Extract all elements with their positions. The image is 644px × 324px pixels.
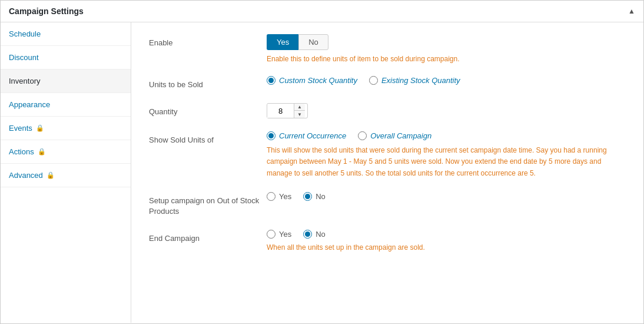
- overall-campaign-option[interactable]: Overall Campaign: [358, 131, 431, 140]
- end-yes-label[interactable]: Yes: [279, 230, 291, 239]
- setup-campaign-value: Yes No: [267, 192, 626, 201]
- enable-value: Yes No Enable this to define units of it…: [267, 34, 626, 63]
- current-occurrence-option[interactable]: Current Occurrence: [267, 131, 346, 140]
- existing-stock-radio[interactable]: [369, 76, 378, 85]
- end-campaign-info: When all the units set up in the campaig…: [267, 243, 626, 252]
- quantity-up-arrow[interactable]: ▲: [294, 104, 305, 111]
- enable-info-text: Enable this to define units of item to b…: [267, 55, 626, 63]
- panel-body: Schedule Discount Inventory Appearance E…: [1, 22, 643, 323]
- sidebar-item-label: Events: [9, 124, 32, 133]
- end-no-radio[interactable]: [303, 230, 312, 239]
- existing-stock-label[interactable]: Existing Stock Quantity: [381, 76, 460, 85]
- quantity-input[interactable]: [267, 104, 294, 118]
- enable-yes-button[interactable]: Yes: [267, 34, 298, 50]
- show-sold-units-field: Show Sold Units of Current Occurrence Ov…: [149, 131, 626, 179]
- quantity-down-arrow[interactable]: ▼: [294, 111, 305, 118]
- end-campaign-label: End Campaign: [149, 230, 267, 244]
- setup-yes-option[interactable]: Yes: [267, 192, 291, 201]
- panel-title: Campaign Settings: [9, 6, 84, 16]
- sidebar-item-events[interactable]: Events 🔒: [1, 117, 131, 140]
- enable-label: Enable: [149, 34, 267, 48]
- sidebar-item-schedule[interactable]: Schedule: [1, 22, 131, 46]
- collapse-icon[interactable]: ▲: [628, 7, 635, 15]
- setup-yes-label[interactable]: Yes: [279, 192, 291, 201]
- setup-yes-radio[interactable]: [267, 192, 275, 201]
- sidebar-item-discount[interactable]: Discount: [1, 46, 131, 70]
- setup-no-label[interactable]: No: [316, 192, 326, 201]
- lock-icon: 🔒: [47, 171, 55, 179]
- enable-field: Enable Yes No Enable this to define unit…: [149, 34, 626, 63]
- custom-stock-option[interactable]: Custom Stock Quantity: [267, 76, 357, 85]
- quantity-spinner: ▲ ▼: [267, 103, 308, 118]
- units-radio-group: Custom Stock Quantity Existing Stock Qua…: [267, 76, 626, 85]
- sidebar-item-appearance[interactable]: Appearance: [1, 93, 131, 117]
- units-to-be-sold-label: Units to be Sold: [149, 76, 267, 90]
- end-campaign-field: End Campaign Yes No When all the units s…: [149, 230, 626, 252]
- sidebar-item-label: Advanced: [9, 171, 43, 180]
- end-campaign-value: Yes No When all the units set up in the …: [267, 230, 626, 252]
- lock-icon: 🔒: [36, 124, 44, 132]
- setup-campaign-field: Setup campaign on Out of Stock Products …: [149, 192, 626, 217]
- setup-no-option[interactable]: No: [303, 192, 326, 201]
- setup-no-radio[interactable]: [303, 192, 312, 201]
- sidebar: Schedule Discount Inventory Appearance E…: [1, 22, 131, 323]
- sidebar-item-advanced[interactable]: Advanced 🔒: [1, 164, 131, 187]
- end-no-option[interactable]: No: [303, 230, 326, 239]
- end-no-label[interactable]: No: [316, 230, 326, 239]
- quantity-value: ▲ ▼: [267, 103, 626, 118]
- sidebar-item-label: Schedule: [9, 29, 41, 38]
- quantity-arrows: ▲ ▼: [294, 104, 305, 118]
- current-occurrence-label[interactable]: Current Occurrence: [279, 131, 346, 140]
- campaign-settings-panel: Campaign Settings ▲ Schedule Discount In…: [0, 0, 644, 324]
- content-area: Enable Yes No Enable this to define unit…: [131, 22, 643, 323]
- sidebar-item-label: Discount: [9, 53, 39, 62]
- sidebar-item-label: Inventory: [9, 77, 40, 85]
- sidebar-item-label: Actions: [9, 147, 34, 156]
- overall-campaign-radio[interactable]: [358, 131, 367, 140]
- end-campaign-radio-group: Yes No: [267, 230, 626, 239]
- setup-campaign-radio-group: Yes No: [267, 192, 626, 201]
- sold-units-radio-group: Current Occurrence Overall Campaign: [267, 131, 626, 140]
- sold-units-description: This will show the sold units that were …: [267, 145, 626, 179]
- units-to-be-sold-field: Units to be Sold Custom Stock Quantity E…: [149, 76, 626, 90]
- quantity-field: Quantity ▲ ▼: [149, 103, 626, 118]
- quantity-label: Quantity: [149, 103, 267, 117]
- sidebar-item-inventory[interactable]: Inventory: [1, 70, 131, 93]
- overall-campaign-label[interactable]: Overall Campaign: [370, 131, 431, 140]
- sidebar-item-actions[interactable]: Actions 🔒: [1, 140, 131, 164]
- current-occurrence-radio[interactable]: [267, 131, 275, 140]
- show-sold-units-value: Current Occurrence Overall Campaign This…: [267, 131, 626, 179]
- custom-stock-label[interactable]: Custom Stock Quantity: [279, 76, 357, 85]
- lock-icon: 🔒: [38, 148, 46, 156]
- custom-stock-radio[interactable]: [267, 76, 275, 85]
- units-to-be-sold-value: Custom Stock Quantity Existing Stock Qua…: [267, 76, 626, 85]
- enable-no-button[interactable]: No: [298, 34, 328, 50]
- show-sold-units-label: Show Sold Units of: [149, 131, 267, 146]
- panel-header: Campaign Settings ▲: [1, 1, 643, 22]
- end-yes-radio[interactable]: [267, 230, 275, 239]
- sidebar-item-label: Appearance: [9, 100, 50, 109]
- setup-campaign-label: Setup campaign on Out of Stock Products: [149, 192, 267, 217]
- end-yes-option[interactable]: Yes: [267, 230, 291, 239]
- enable-toggle-group: Yes No: [267, 34, 626, 50]
- existing-stock-option[interactable]: Existing Stock Quantity: [369, 76, 460, 85]
